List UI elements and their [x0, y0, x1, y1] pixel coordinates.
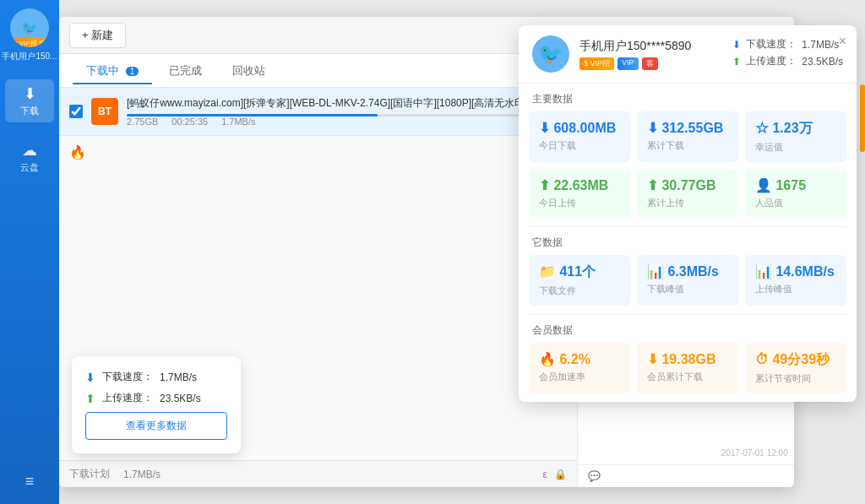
dl-icon: ⬇ [539, 121, 553, 135]
sidebar-download-label: 下载 [20, 105, 39, 117]
sidebar: 🐦 $ VIP招 客 手机用户150... ⬇ 下载 ☁ 云盘 ≡ [0, 0, 59, 504]
upload-speed-label: 上传速度： [102, 391, 153, 405]
upload-speed-value: 23.5KB/s [160, 393, 201, 404]
item-checkbox[interactable] [69, 105, 83, 118]
stats-username: 手机用户150****5890 [579, 39, 722, 54]
vip-badge: $ VIP招 客 [10, 38, 49, 47]
download-speed-item: ⬇ 下载速度： 1.7MB/s [85, 370, 227, 384]
download-speed-value: 1.7MB/s [160, 371, 197, 383]
member-data-grid: 🔥 6.2% 会员加速率 ⬇ 19.38GB 会员累计下载 ⏱ 49分39秒 累… [519, 343, 857, 402]
item-progress-fill [127, 114, 378, 117]
sidebar-cloud-label: 云盘 [20, 161, 39, 174]
card-total-ul-value: ⬆ 30.77GB [647, 177, 728, 193]
other-data-grid: 📁 411个 下载文件 📊 6.3MB/s 下载峰值 📊 14.6MB/s 上传… [519, 255, 857, 314]
stats-ul-icon: ⬆ [732, 56, 741, 68]
card-today-ul: ⬆ 22.63MB 今日上传 [529, 169, 630, 218]
card-accel-rate: 🔥 6.2% 会员加速率 [529, 343, 630, 393]
main-data-grid: ⬇ 608.00MB 今日下载 ⬇ 312.55GB 累计下载 ☆ 1.23万 … [519, 111, 857, 226]
card-lucky-label: 幸运值 [755, 141, 836, 154]
item-speed: 1.7MB/s [221, 117, 255, 127]
dl3-icon: ⬇ [647, 352, 661, 366]
card-today-dl: ⬇ 608.00MB 今日下载 [529, 111, 630, 162]
tab-completed[interactable]: 已完成 [155, 58, 215, 84]
stats-dl-value: 1.7MB/s [802, 39, 839, 51]
stats-badges: $ VIP招 VIP 客 [579, 57, 722, 70]
card-total-ul-label: 累计上传 [647, 197, 728, 209]
tab-downloading[interactable]: 下载中 1 [73, 58, 152, 84]
tab-recycle[interactable]: 回收站 [219, 58, 279, 84]
card-dl-peak-label: 下载峰值 [647, 283, 728, 295]
card-today-dl-label: 今日下载 [539, 139, 620, 152]
tab-badge: 1 [126, 67, 139, 76]
badge-vip2: VIP [617, 57, 639, 70]
sidebar-menu-icon[interactable]: ≡ [25, 473, 35, 490]
chart2-icon: 📊 [755, 264, 775, 279]
card-total-dl: ⬇ 312.55GB 累计下载 [637, 111, 738, 162]
star-icon: ☆ [755, 121, 772, 135]
card-renpin: 👤 1675 人品值 [745, 169, 846, 218]
card-ul-peak-value: 📊 14.6MB/s [755, 263, 836, 279]
stats-header-info: 手机用户150****5890 $ VIP招 VIP 客 [579, 39, 722, 70]
card-accel-label: 会员加速率 [539, 371, 620, 383]
comment-icon[interactable]: 💬 [588, 470, 601, 482]
card-files: 📁 411个 下载文件 [529, 255, 630, 306]
avatar[interactable]: 🐦 $ VIP招 客 [10, 8, 49, 47]
cloud-icon: ☁ [22, 141, 37, 160]
card-total-dl-value: ⬇ 312.55GB [647, 120, 728, 136]
stats-dl-speed: ⬇ 下载速度： 1.7MB/s [732, 37, 843, 51]
card-lucky: ☆ 1.23万 幸运值 [745, 111, 846, 162]
down-arrow-icon: ⬇ [85, 371, 95, 384]
sidebar-item-cloud[interactable]: ☁ 云盘 [5, 136, 54, 179]
card-total-ul: ⬆ 30.77GB 累计上传 [637, 169, 738, 218]
stats-ul-value: 23.5KB/s [802, 56, 843, 68]
upload-speed-item: ⬆ 上传速度： 23.5KB/s [85, 391, 227, 405]
user-icon: 👤 [755, 178, 775, 192]
fire-row: 🔥 [59, 136, 577, 169]
card-renpin-value: 👤 1675 [755, 177, 836, 193]
card-member-dl: ⬇ 19.38GB 会员累计下载 [637, 343, 738, 393]
card-today-dl-value: ⬇ 608.00MB [539, 120, 620, 136]
card-dl-peak-value: 📊 6.3MB/s [647, 263, 728, 279]
lock-icon: 🔒 [554, 469, 567, 480]
item-type-icon: BT [91, 98, 118, 125]
member-data-title: 会员数据 [519, 315, 857, 343]
stats-dl-icon: ⬇ [732, 39, 741, 51]
badge-red: 客 [642, 57, 658, 70]
dl2-icon: ⬇ [647, 121, 661, 135]
main-data-title: 主要数据 [519, 84, 857, 111]
item-name: [蚂蚁仔www.mayizai.com][拆弹专家][WEB-DL-MKV-2.… [127, 96, 545, 111]
card-member-dl-value: ⬇ 19.38GB [647, 351, 728, 367]
timer-icon: ⏱ [755, 352, 772, 366]
stats-ul-label: 上传速度： [746, 54, 797, 68]
bottom-speed: 1.7MB/s [123, 469, 160, 480]
item-progress-bar [127, 114, 545, 117]
new-button[interactable]: + 新建 [69, 23, 126, 48]
card-files-value: 📁 411个 [539, 263, 620, 281]
other-data-title: 它数据 [519, 227, 857, 255]
card-time-saved-value: ⏱ 49分39秒 [755, 351, 836, 369]
ul2-icon: ⬆ [647, 178, 661, 192]
card-total-dl-label: 累计下载 [647, 139, 728, 152]
sidebar-username: 手机用户150... [2, 51, 57, 62]
item-meta: 2.75GB 00:25:35 1.7MB/s [127, 117, 545, 127]
card-lucky-value: ☆ 1.23万 [755, 120, 836, 138]
view-more-button[interactable]: 查看更多数据 [85, 412, 227, 440]
badge-vip: $ VIP招 [579, 57, 614, 70]
card-ul-peak: 📊 14.6MB/s 上传峰值 [745, 255, 846, 306]
folder-icon: 📁 [539, 264, 559, 279]
card-time-saved: ⏱ 49分39秒 累计节省时间 [745, 343, 846, 393]
stats-ul-speed: ⬆ 上传速度： 23.5KB/s [732, 54, 843, 68]
stats-avatar: 🐦 [532, 35, 569, 73]
card-dl-peak: 📊 6.3MB/s 下载峰值 [637, 255, 738, 306]
scroll-indicator [860, 84, 865, 152]
ul-icon: ⬆ [539, 178, 553, 192]
download-speed-label: 下载速度： [102, 370, 153, 384]
table-row: BT [蚂蚁仔www.mayizai.com][拆弹专家][WEB-DL-MKV… [59, 88, 577, 136]
card-ul-peak-label: 上传峰值 [755, 283, 836, 295]
card-today-ul-value: ⬆ 22.63MB [539, 177, 620, 193]
bottom-icons: ε 🔒 [542, 469, 566, 480]
stats-close-icon[interactable]: × [839, 34, 846, 49]
fire-icon: 🔥 [539, 352, 559, 366]
chart-icon: 📊 [647, 264, 667, 279]
sidebar-item-download[interactable]: ⬇ 下载 [5, 79, 54, 122]
